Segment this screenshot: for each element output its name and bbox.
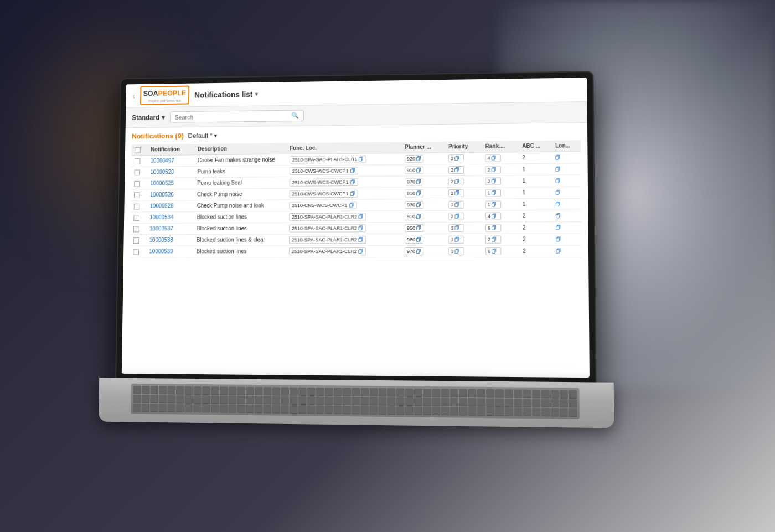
abc-cell: 2 bbox=[519, 222, 552, 234]
keyboard-key bbox=[569, 399, 577, 408]
standard-button[interactable]: Standard ▾ bbox=[132, 113, 164, 121]
notification-link[interactable]: 10000520 bbox=[151, 169, 174, 175]
notification-link[interactable]: 10000528 bbox=[150, 203, 174, 209]
planner-copy-icon[interactable]: 🗍 bbox=[416, 249, 421, 254]
rank-copy-icon[interactable]: 🗍 bbox=[492, 249, 497, 254]
keyboard-key bbox=[263, 387, 271, 395]
priority-cell: 2 🗍 bbox=[445, 210, 482, 222]
lon-icon[interactable]: 🗍 bbox=[555, 178, 560, 184]
planner-copy-icon[interactable]: 🗍 bbox=[416, 214, 421, 219]
planner-value: 930 🗍 bbox=[405, 201, 423, 209]
priority-copy-icon[interactable]: 🗍 bbox=[454, 156, 459, 161]
priority-copy-icon[interactable]: 🗍 bbox=[454, 190, 459, 196]
priority-copy-icon[interactable]: 🗍 bbox=[454, 167, 459, 173]
planner-copy-icon[interactable]: 🗍 bbox=[416, 156, 421, 162]
copy-icon[interactable]: 🗍 bbox=[359, 156, 364, 162]
rank-copy-icon[interactable]: 🗍 bbox=[492, 225, 497, 230]
keyboard-key bbox=[167, 395, 175, 403]
planner-copy-icon[interactable]: 🗍 bbox=[416, 179, 421, 184]
row-checkbox[interactable] bbox=[134, 192, 140, 198]
keyboard-key bbox=[432, 389, 440, 397]
keyboard-key bbox=[255, 387, 263, 395]
planner-copy-icon[interactable]: 🗍 bbox=[416, 202, 421, 208]
keyboard-key bbox=[219, 404, 228, 412]
priority-copy-icon[interactable]: 🗍 bbox=[454, 214, 459, 219]
copy-icon[interactable]: 🗍 bbox=[359, 214, 364, 219]
keyboard-key bbox=[441, 389, 450, 397]
func-loc-cell: 2510-SPA-SAC-PLAR1-CLR2 🗍 bbox=[286, 223, 401, 234]
row-checkbox[interactable] bbox=[135, 169, 141, 175]
notification-link[interactable]: 10000539 bbox=[149, 249, 173, 255]
title-dropdown-icon[interactable]: ▾ bbox=[255, 91, 257, 97]
copy-icon[interactable]: 🗍 bbox=[350, 179, 355, 185]
copy-icon[interactable]: 🗍 bbox=[349, 203, 354, 208]
notification-link[interactable]: 10000538 bbox=[149, 237, 173, 243]
section-title: Notifications (9) bbox=[132, 132, 184, 140]
keyboard-area bbox=[131, 384, 580, 419]
rank-copy-icon[interactable]: 🗍 bbox=[492, 213, 497, 219]
copy-icon[interactable]: 🗍 bbox=[350, 191, 355, 197]
lon-icon[interactable]: 🗍 bbox=[556, 225, 561, 231]
notification-link[interactable]: 10000525 bbox=[150, 180, 174, 187]
back-button[interactable]: ‹ bbox=[132, 91, 135, 100]
priority-copy-icon[interactable]: 🗍 bbox=[454, 225, 459, 231]
planner-copy-icon[interactable]: 🗍 bbox=[416, 167, 421, 173]
standard-label: Standard bbox=[132, 113, 159, 121]
keyboard-key bbox=[532, 390, 541, 399]
lon-icon[interactable]: 🗍 bbox=[556, 202, 561, 207]
priority-copy-icon[interactable]: 🗍 bbox=[455, 249, 460, 254]
row-checkbox[interactable] bbox=[135, 158, 141, 164]
row-checkbox[interactable] bbox=[133, 237, 140, 244]
lon-icon[interactable]: 🗍 bbox=[556, 213, 561, 219]
row-checkbox[interactable] bbox=[133, 226, 140, 232]
lon-icon[interactable]: 🗍 bbox=[556, 249, 561, 254]
rank-copy-icon[interactable]: 🗍 bbox=[492, 178, 497, 184]
keyboard-key bbox=[504, 399, 513, 407]
copy-icon[interactable]: 🗍 bbox=[359, 225, 364, 231]
lon-icon[interactable]: 🗍 bbox=[556, 190, 561, 195]
rank-copy-icon[interactable]: 🗍 bbox=[492, 155, 497, 161]
search-box[interactable]: 🔍 bbox=[170, 110, 304, 122]
keyboard-key bbox=[228, 396, 236, 404]
row-checkbox[interactable] bbox=[133, 215, 140, 221]
default-button[interactable]: Default * ▾ bbox=[188, 132, 217, 140]
copy-icon[interactable]: 🗍 bbox=[359, 237, 364, 242]
keyboard-key bbox=[316, 396, 324, 405]
keyboard-key bbox=[541, 390, 550, 399]
planner-copy-icon[interactable]: 🗍 bbox=[416, 237, 421, 242]
row-checkbox-cell bbox=[131, 156, 147, 167]
notification-link[interactable]: 10000497 bbox=[151, 158, 174, 164]
row-checkbox[interactable] bbox=[133, 249, 139, 255]
rank-copy-icon[interactable]: 🗍 bbox=[492, 202, 497, 207]
planner-copy-icon[interactable]: 🗍 bbox=[416, 225, 421, 231]
search-input[interactable] bbox=[175, 112, 289, 120]
row-checkbox-cell bbox=[130, 212, 146, 224]
planner-copy-icon[interactable]: 🗍 bbox=[416, 190, 421, 196]
priority-copy-icon[interactable]: 🗍 bbox=[454, 202, 459, 208]
row-checkbox[interactable] bbox=[134, 181, 140, 187]
keyboard-key bbox=[202, 395, 210, 404]
keyboard-key bbox=[550, 399, 559, 408]
row-checkbox[interactable] bbox=[134, 203, 140, 209]
notification-link[interactable]: 10000526 bbox=[150, 192, 174, 198]
notification-link[interactable]: 10000537 bbox=[149, 226, 173, 232]
priority-cell: 1 🗍 bbox=[445, 199, 482, 210]
rank-copy-icon[interactable]: 🗍 bbox=[492, 167, 497, 172]
keyboard-key bbox=[142, 395, 150, 403]
lon-icon[interactable]: 🗍 bbox=[555, 167, 560, 172]
keyboard-key bbox=[142, 386, 150, 394]
lon-icon[interactable]: 🗍 bbox=[555, 155, 560, 161]
rank-copy-icon[interactable]: 🗍 bbox=[492, 190, 497, 195]
priority-copy-icon[interactable]: 🗍 bbox=[454, 179, 459, 184]
copy-icon[interactable]: 🗍 bbox=[359, 249, 364, 254]
header-checkbox[interactable] bbox=[135, 147, 141, 153]
priority-copy-icon[interactable]: 🗍 bbox=[454, 237, 459, 242]
keyboard-key bbox=[220, 386, 228, 395]
notification-link[interactable]: 10000534 bbox=[149, 214, 173, 220]
lon-icon[interactable]: 🗍 bbox=[556, 237, 561, 242]
notification-id-cell: 10000534 bbox=[147, 211, 194, 223]
rank-copy-icon[interactable]: 🗍 bbox=[492, 237, 497, 242]
copy-icon[interactable]: 🗍 bbox=[350, 168, 355, 173]
keyboard-key bbox=[432, 407, 440, 415]
planner-value: 970 🗍 bbox=[405, 247, 423, 255]
